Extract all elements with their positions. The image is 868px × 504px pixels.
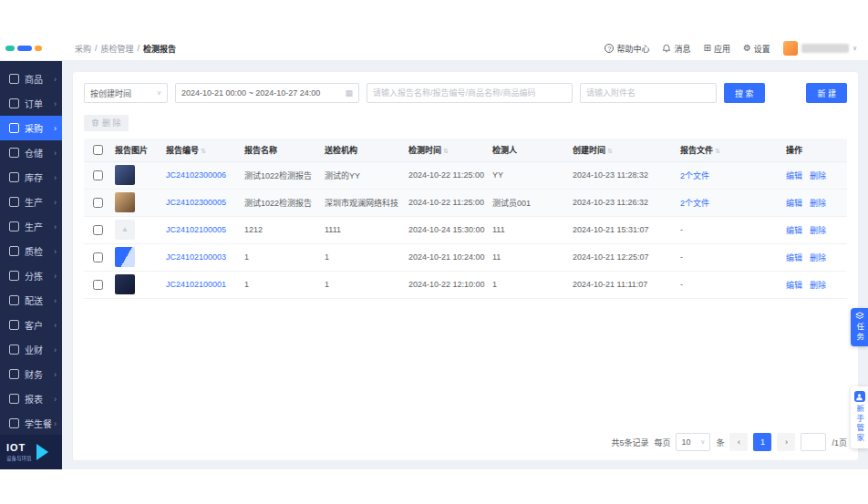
table-row[interactable]: JC24102300006 测试1022检测报告 测试的YY 2024-10-2… [84,162,847,190]
sidebar-item-sorting[interactable]: 分拣› [0,263,62,288]
sidebar-item-warehouse[interactable]: 仓储› [0,140,62,165]
delete-link[interactable]: 删除 [810,197,826,209]
row-checkbox[interactable] [93,252,103,262]
created-time-cell: 2024-10-23 11:26:32 [569,198,677,207]
sort-icon: ⇅ [607,148,613,154]
report-image[interactable] [115,165,135,185]
edit-link[interactable]: 编辑 [786,197,802,209]
edit-link[interactable]: 编辑 [786,170,802,181]
next-page-button[interactable]: › [777,433,795,451]
col-header-test-time[interactable]: 检测时间⇅ [405,144,489,156]
breadcrumb-current-page: 检测报告 [143,43,176,55]
prev-page-button[interactable]: ‹ [729,433,748,451]
time-type-select[interactable]: 按创建时间 ∨ [84,83,168,103]
sidebar-item-finance[interactable]: 财务› [0,362,62,386]
agency-cell: 深圳市观澜网络科技 [321,197,405,209]
table-row[interactable]: JC24102100003 1 1 2024-10-21 10:24:00 11… [84,244,847,272]
task-float-button[interactable]: 任务 [851,308,868,346]
report-search-input[interactable] [367,83,573,103]
row-checkbox[interactable] [93,198,103,208]
user-menu[interactable]: ∨ [783,41,857,56]
tester-cell: 111 [489,225,569,234]
files-link[interactable]: 2个文件 [680,171,709,180]
page-jump-input[interactable] [801,433,826,451]
report-image[interactable] [115,192,135,212]
search-button[interactable]: 搜 索 [724,83,765,103]
new-button[interactable]: 新 建 [806,83,847,103]
test-time-cell: 2024-10-22 11:25:00 [405,170,489,180]
breadcrumb-separator: / [138,44,140,53]
delete-link[interactable]: 删除 [810,224,826,236]
report-image[interactable] [115,274,135,294]
settings-button[interactable]: ⚙ 设置 [743,43,770,55]
report-no-link[interactable]: JC24102300006 [166,170,226,180]
report-no-link[interactable]: JC24102100003 [166,252,226,262]
sidebar-item-inventory[interactable]: 库存› [0,165,62,190]
help-center-button[interactable]: ? 帮助中心 [604,43,649,55]
sort-icon: ⇅ [443,148,449,154]
row-checkbox[interactable] [93,280,103,290]
sidebar-item-quality[interactable]: 质检› [0,239,62,263]
report-no-link[interactable]: JC24102100005 [166,225,226,234]
col-header-report-image: 报告图片 [111,144,162,156]
table-row[interactable]: JC24102300005 测试1022检测报告 深圳市观澜网络科技 2024-… [84,190,847,217]
chevron-right-icon: › [54,247,57,256]
gear-icon: ⚙ [743,44,751,53]
tester-cell: 11 [489,252,569,262]
report-image[interactable] [115,247,135,267]
delete-link[interactable]: 删除 [810,170,826,181]
sidebar-item-customers[interactable]: 客户› [0,313,62,337]
sidebar-item-purchase[interactable]: 采购› [0,116,62,140]
select-all-checkbox[interactable] [93,145,103,155]
apps-button[interactable]: ⊞ 应用 [703,43,729,55]
sidebar-item-production-2[interactable]: 生产› [0,214,62,239]
breadcrumb-qc-management[interactable]: 质检管理 [101,43,134,55]
table-row[interactable]: JC24102100001 1 1 2024-10-22 12:10:00 1 … [84,272,847,299]
page-count: /1页 [832,437,847,448]
report-image-placeholder[interactable] [115,220,135,240]
iot-panel[interactable]: IOT 设备与环境 [0,435,62,469]
col-header-created-time[interactable]: 创建时间⇅ [569,144,677,156]
report-name-cell: 1212 [241,225,321,234]
col-header-report-file[interactable]: 报告文件⇅ [677,144,782,156]
sidebar-item-products[interactable]: 商品› [0,67,62,91]
delete-link[interactable]: 删除 [810,252,826,263]
date-range-input[interactable]: 2024-10-21 00:00 ~ 2024-10-27 24:00 ▦ [175,83,359,103]
report-no-link[interactable]: JC24102100001 [166,280,226,289]
guide-float-button[interactable]: 新手管家 [851,386,868,448]
messages-button[interactable]: 消息 [662,43,690,55]
edit-link[interactable]: 编辑 [786,224,802,236]
col-header-report-name: 报告名称 [241,144,321,156]
screen: 采购 / 质检管理 / 检测报告 ? 帮助中心 消息 ⊞ 应用 ⚙ [0,0,868,504]
sidebar-menu: 商品› 订单› 采购› 仓储› 库存› 生产› 生产› 质检› 分拣› 配送› … [0,67,62,436]
sidebar-item-reports[interactable]: 报表› [0,386,62,411]
sidebar-item-student-meal[interactable]: 学生餐› [0,411,62,436]
bell-icon [662,44,671,53]
table-row[interactable]: JC24102100005 1212 1111 2024-10-24 15:30… [84,217,847,244]
chevron-right-icon: › [54,370,57,379]
test-time-cell: 2024-10-22 12:10:00 [405,280,489,289]
page-size-select[interactable]: 10 ∨ [676,433,710,451]
delete-link[interactable]: 删除 [810,279,826,291]
sidebar-item-biz-finance[interactable]: 业财› [0,337,62,362]
row-checkbox[interactable] [93,225,103,235]
iot-logo-icon [36,444,48,460]
chevron-right-icon: › [54,124,57,133]
edit-link[interactable]: 编辑 [786,279,802,291]
chevron-right-icon: › [54,419,57,428]
delete-selected-button[interactable]: 删 除 [84,115,129,131]
sidebar-item-production-1[interactable]: 生产› [0,190,62,214]
edit-link[interactable]: 编辑 [786,252,802,263]
report-no-link[interactable]: JC24102300005 [166,198,226,207]
test-time-cell: 2024-10-21 10:24:00 [405,252,489,262]
app-logo[interactable] [0,36,62,60]
sidebar-item-orders[interactable]: 订单› [0,91,62,116]
col-header-report-no[interactable]: 报告编号⇅ [162,144,241,156]
breadcrumb-purchase[interactable]: 采购 [75,43,91,55]
files-link[interactable]: 2个文件 [680,199,709,208]
col-header-actions: 操作 [782,144,847,156]
sidebar-item-delivery[interactable]: 配送› [0,288,62,313]
page-1-button[interactable]: 1 [753,433,771,451]
row-checkbox[interactable] [93,170,103,180]
attachment-search-input[interactable] [580,83,717,103]
